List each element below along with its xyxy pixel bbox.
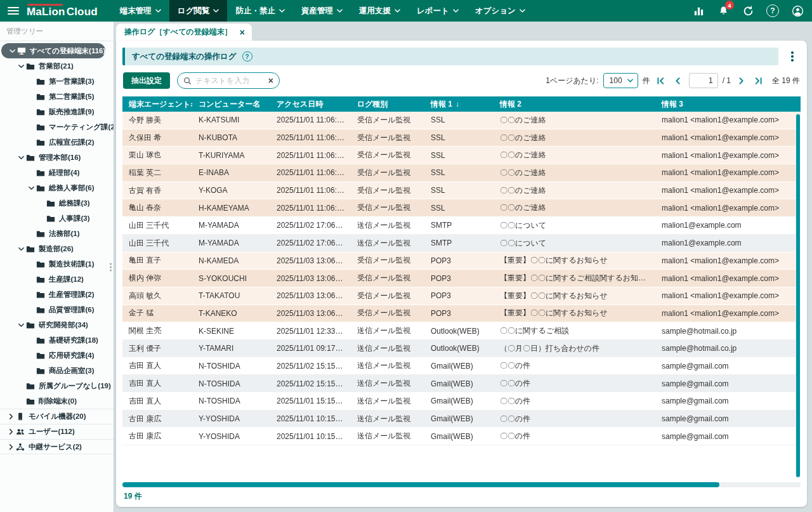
tree-item[interactable]: 基礎研究課(18) [0,332,114,348]
last-page-button[interactable] [752,74,765,87]
refresh-icon[interactable] [741,4,755,18]
account-icon[interactable] [790,4,804,18]
nav-menu-item-4[interactable]: 運用支援 [351,0,409,22]
table-row[interactable]: 山田 三千代M-YAMADA2025/11/02 17:06:37送信メール監視… [122,235,801,253]
nav-menu-item-5[interactable]: レポート [409,0,467,22]
horizontal-scrollbar[interactable] [122,482,801,487]
table-row[interactable]: 玉利 優子Y-TAMARI2025/11/01 09:17:24送信メール監視O… [122,340,801,358]
page-size-select[interactable]: 100 [603,73,638,88]
table-cell-type: 送信メール監視 [351,414,424,424]
chevron-down-icon[interactable] [8,48,16,54]
tree-item[interactable]: 削除端末(0) [0,393,114,409]
table-row[interactable]: 久保田 希N-KUBOTA2025/11/01 11:06:40受信メール監視S… [122,129,801,147]
tab-operation-log[interactable]: 操作ログ［すべての登録端末］ × [116,23,252,41]
table-row[interactable]: 吉田 直人N-TOSHIDA2025/11/02 15:15:01送信メール監視… [122,375,801,393]
table-row[interactable]: 横内 伸弥S-YOKOUCHI2025/11/03 13:06:40受信メール監… [122,270,801,287]
chevron-down-icon[interactable] [27,185,36,191]
table-row[interactable]: 吉田 直人N-TOSHIDA2025/11/02 15:15:01送信メール監視… [122,358,801,376]
panel-menu-icon[interactable] [784,48,801,65]
tree-item[interactable]: 管理本部(16) [0,150,114,165]
tab-close-icon[interactable]: × [240,28,245,37]
table-row[interactable]: 関根 圭亮K-SEKINE2025/11/01 12:33:00送信メール監視O… [122,322,801,340]
tree-item[interactable]: 中継サービス(2) [0,439,114,454]
next-page-button[interactable] [735,74,748,87]
tree-item[interactable]: 経理部(4) [0,165,114,180]
clear-search-icon[interactable]: × [268,76,273,85]
chevron-right-icon[interactable] [6,429,15,435]
chevron-down-icon[interactable] [16,322,25,328]
folder-icon [25,62,36,70]
table-row[interactable]: 亀山 春奈H-KAMEYAMA2025/11/01 11:06:40受信メール監… [122,199,801,217]
tree-item[interactable]: 応用研究課(4) [0,348,114,363]
tree-item[interactable]: 総務人事部(6) [0,180,114,195]
chevron-down-icon[interactable] [16,246,25,252]
column-header-6[interactable]: 情報 3 [655,99,801,110]
hamburger-menu-icon[interactable] [5,3,22,19]
panel-help-icon[interactable]: ? [242,51,252,62]
table-row[interactable]: 古賀 有香Y-KOGA2025/11/01 11:06:40受信メール監視SSL… [122,182,801,200]
tree-item[interactable]: 製造部(26) [0,241,114,256]
table-row[interactable]: 高頭 敏久T-TAKATOU2025/11/03 13:06:40受信メール監視… [122,287,801,305]
nav-menu-item-2[interactable]: 防止・禁止 [227,0,293,22]
tree-item-label: 応用研究課(4) [49,351,95,360]
tree-item[interactable]: 第二営業課(5) [0,89,114,104]
tree-item-label: マーケティング課(2) [49,122,114,132]
table-cell-datetime: 2025/11/01 11:06:40 [270,204,351,213]
nav-menu-item-1[interactable]: ログ閲覧 [169,0,228,22]
table-row[interactable]: 古田 康広Y-YOSHIDA2025/11/01 10:15:01送信メール監視… [122,428,801,445]
nav-menu-item-3[interactable]: 資産管理 [293,0,351,22]
table-header-row: 端末エージェント名コンピューター名アクセス日時ログ種別情報 1↓情報 2情報 3 [122,96,801,112]
table-row[interactable]: 古田 康広Y-YOSHIDA2025/11/01 10:15:01送信メール監視… [122,410,801,428]
tree-item[interactable]: 販売推進課(9) [0,104,114,119]
tree-item[interactable]: 生産課(12) [0,272,114,287]
table-row[interactable]: 山田 三千代M-YAMADA2025/11/02 17:06:37送信メール監視… [122,217,801,235]
tree-item[interactable]: 品質管理課(6) [0,302,114,317]
horizontal-scrollbar-thumb[interactable] [122,482,719,487]
table-row[interactable]: 稲葉 英二E-INABA2025/11/01 11:06:40受信メール監視SS… [122,164,801,182]
tree-item[interactable]: 営業部(21) [0,58,114,74]
extract-settings-button[interactable]: 抽出設定 [123,72,170,89]
nav-menu-item-6[interactable]: オプション [467,0,534,22]
column-header-3[interactable]: ログ種別 [351,99,424,110]
table-row[interactable]: 亀田 直子N-KAMEDA2025/11/03 13:06:40受信メール監視P… [122,253,801,270]
search-input[interactable] [195,76,265,85]
tree-item[interactable]: 人事課(3) [0,211,114,226]
tree-item[interactable]: すべての登録端末(116) [1,43,105,58]
chevron-right-icon[interactable] [6,444,15,450]
vertical-scrollbar-thumb[interactable] [796,114,800,477]
tree-item[interactable]: 法務部(1) [0,226,114,241]
table-row[interactable]: 金子 猛T-KANEKO2025/11/03 13:06:40受信メール監視PO… [122,305,801,323]
tree-item[interactable]: 総務課(3) [0,195,114,211]
tree-item[interactable]: 商品企画室(3) [0,363,114,378]
previous-page-button[interactable] [672,74,684,87]
column-header-4[interactable]: 情報 1↓ [424,99,494,110]
tree-item[interactable]: 第一営業課(3) [0,74,114,89]
chevron-down-icon[interactable] [16,63,25,69]
chevron-right-icon[interactable] [6,414,15,419]
tree-item[interactable]: マーケティング課(2) [0,119,114,135]
tree-item[interactable]: ユーザー(112) [0,424,114,439]
tree-item[interactable]: 生産管理課(2) [0,287,114,302]
tree-item[interactable]: モバイル機器(20) [0,409,114,424]
sidebar-resize-handle[interactable] [108,261,113,272]
nav-menu-item-0[interactable]: 端末管理 [112,0,169,22]
help-icon[interactable]: ? [766,4,780,18]
column-header-1[interactable]: コンピューター名 [192,99,270,110]
table-row[interactable]: 栗山 琢也T-KURIYAMA2025/11/01 11:06:40受信メール監… [122,147,801,164]
table-row[interactable]: 吉田 直人N-TOSHIDA2025/11/01 15:15:01送信メール監視… [122,393,801,410]
column-header-5[interactable]: 情報 2 [494,99,655,110]
table-row[interactable]: 今野 勝美K-KATSUMI2025/11/01 11:06:40受信メール監視… [122,112,801,129]
table-cell-agent: 高頭 敏久 [122,291,192,301]
notification-bell-icon[interactable]: 4 [716,4,730,18]
tree-item[interactable]: 広報宣伝課(2) [0,135,114,150]
page-number-input[interactable] [689,73,718,88]
stats-icon[interactable] [691,4,705,18]
first-page-button[interactable] [655,74,667,87]
vertical-scrollbar[interactable] [796,113,801,478]
tree-item[interactable]: 所属グループなし(19) [0,378,114,393]
tree-item[interactable]: 研究開発部(34) [0,317,114,332]
tree-item[interactable]: 製造技術課(1) [0,256,114,272]
chevron-down-icon[interactable] [16,155,25,161]
column-header-2[interactable]: アクセス日時 [270,99,351,110]
column-header-0[interactable]: 端末エージェント名 [122,99,192,110]
